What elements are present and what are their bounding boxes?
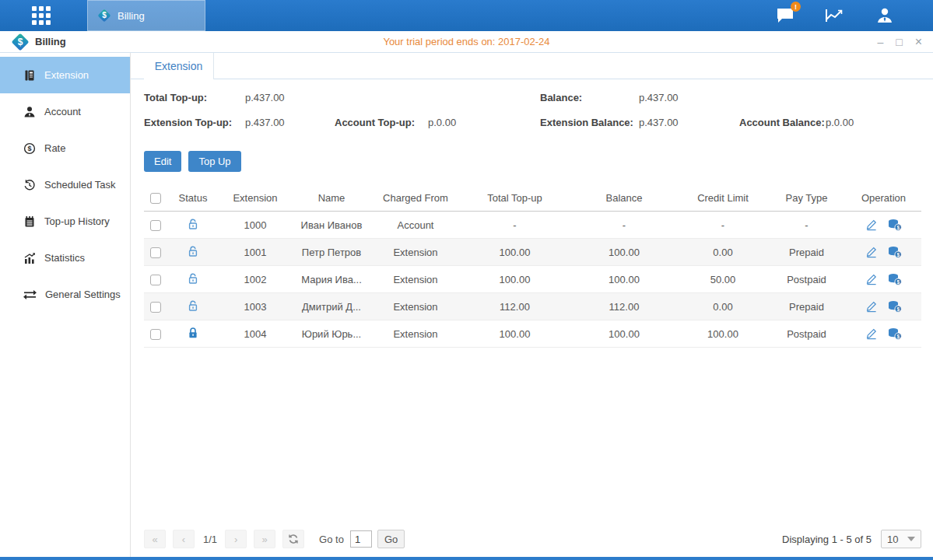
sidebar-item-extension[interactable]: Extension: [0, 57, 130, 93]
svg-text:$: $: [896, 279, 900, 285]
page-size-select[interactable]: 10: [881, 530, 921, 548]
rate-icon: $: [23, 142, 36, 155]
cell-status: [167, 327, 219, 341]
sidebar-item-label: Rate: [44, 142, 65, 154]
table-header: Status Extension Name Charged From Total…: [144, 184, 921, 212]
cell-total-topup: 100.00: [460, 274, 570, 285]
sidebar-item-scheduled-task[interactable]: Scheduled Task: [0, 166, 130, 203]
cell-charged-from: Extension: [371, 274, 460, 285]
edit-icon[interactable]: [865, 246, 878, 258]
row-checkbox[interactable]: [150, 247, 161, 258]
edit-icon[interactable]: [865, 300, 878, 313]
cell-status: [167, 218, 219, 233]
notification-badge: !: [791, 2, 801, 12]
cell-pay-type: Prepaid: [767, 301, 846, 313]
sidebar-item-topup-history[interactable]: Top-up History: [0, 203, 130, 240]
next-page-button[interactable]: ›: [225, 530, 247, 548]
chat-icon[interactable]: !: [774, 5, 796, 26]
svg-text:$: $: [896, 334, 900, 340]
edit-button[interactable]: Edit: [144, 151, 181, 172]
cell-extension: 1000: [219, 219, 292, 231]
cell-charged-from: Extension: [371, 247, 460, 258]
account-balance-label: Account Balance:: [739, 117, 826, 128]
chart-icon[interactable]: [824, 5, 846, 26]
col-name: Name: [292, 192, 371, 204]
select-all-checkbox[interactable]: [150, 193, 161, 204]
sidebar-item-general-settings[interactable]: General Settings: [0, 276, 130, 313]
page-title: Billing: [35, 36, 66, 47]
user-icon[interactable]: [874, 5, 896, 26]
col-pay-type: Pay Type: [767, 192, 846, 204]
sidebar-item-rate[interactable]: $ Rate: [0, 130, 130, 166]
cell-name: Иван Иванов: [292, 219, 371, 231]
edit-icon[interactable]: [865, 327, 878, 340]
col-balance: Balance: [570, 192, 679, 204]
general-settings-icon: [23, 289, 37, 301]
tab-extension[interactable]: Extension: [144, 53, 214, 79]
balance-value: p.437.00: [639, 92, 679, 103]
lock-open-icon: [187, 218, 199, 230]
goto-page-input[interactable]: [350, 530, 372, 548]
cell-balance: 100.00: [570, 274, 679, 285]
refresh-icon[interactable]: [282, 530, 304, 548]
cell-status: [167, 272, 219, 287]
row-checkbox[interactable]: [150, 275, 161, 285]
svg-text:$: $: [27, 145, 31, 152]
table-row: 1003Дмитрий Д...Extension112.00112.000.0…: [144, 293, 921, 320]
extension-balance-value: p.437.00: [639, 117, 739, 128]
scheduled-task-icon: [23, 179, 36, 191]
cell-credit-limit: 100.00: [679, 328, 767, 340]
topup-icon[interactable]: $: [888, 327, 902, 340]
chevron-down-icon: [907, 537, 915, 541]
close-icon[interactable]: ×: [915, 36, 922, 48]
go-button[interactable]: Go: [377, 530, 405, 548]
sidebar: Extension Account $ Rate Scheduled Task …: [0, 53, 131, 557]
account-topup-value: p.0.00: [428, 117, 540, 128]
top-up-button[interactable]: Top Up: [188, 151, 240, 172]
cell-credit-limit: -: [679, 219, 767, 231]
account-topup-label: Account Top-up:: [335, 117, 428, 128]
extension-balance-label: Extension Balance:: [540, 117, 639, 128]
topup-history-icon: [23, 215, 36, 228]
extension-table: Status Extension Name Charged From Total…: [144, 184, 921, 348]
sidebar-item-statistics[interactable]: Statistics: [0, 240, 130, 276]
sidebar-item-label: Scheduled Task: [44, 179, 116, 191]
edit-icon[interactable]: [865, 273, 878, 285]
cell-charged-from: Extension: [371, 328, 460, 340]
lock-closed-icon: [187, 327, 199, 339]
displaying-text: Displaying 1 - 5 of 5: [782, 534, 872, 545]
topup-icon[interactable]: $: [888, 273, 902, 285]
table-row: 1004Юрий Юрь...Extension100.00100.00100.…: [144, 320, 921, 348]
top-app-bar: $ Billing !: [0, 0, 933, 31]
row-checkbox[interactable]: [150, 220, 161, 231]
billing-app-tab[interactable]: $ Billing: [87, 0, 205, 31]
row-checkbox[interactable]: [150, 329, 161, 340]
cell-status: [167, 299, 219, 314]
col-operation: Operation: [846, 192, 921, 204]
row-checkbox[interactable]: [150, 302, 161, 313]
goto-label: Go to: [319, 534, 344, 545]
svg-text:$: $: [896, 225, 900, 231]
cell-balance: 100.00: [570, 328, 679, 340]
last-page-button[interactable]: »: [254, 530, 275, 548]
col-status: Status: [167, 192, 219, 204]
table-row: 1001Петр ПетровExtension100.00100.000.00…: [144, 239, 921, 266]
billing-title-icon: $: [11, 33, 30, 51]
prev-page-button[interactable]: ‹: [173, 530, 195, 548]
first-page-button[interactable]: «: [144, 530, 166, 548]
lock-open-icon: [187, 299, 199, 312]
cell-name: Петр Петров: [292, 247, 371, 258]
maximize-icon[interactable]: □: [896, 37, 902, 47]
topup-icon[interactable]: $: [888, 300, 902, 313]
minimize-icon[interactable]: –: [877, 37, 883, 47]
cell-extension: 1003: [219, 301, 292, 313]
apps-grid-icon[interactable]: [23, 0, 59, 31]
cell-pay-type: Postpaid: [767, 274, 846, 285]
edit-icon[interactable]: [865, 219, 878, 231]
topup-icon[interactable]: $: [888, 246, 902, 258]
extension-topup-value: p.437.00: [245, 117, 335, 128]
topup-icon[interactable]: $: [888, 219, 902, 231]
sidebar-item-account[interactable]: Account: [0, 93, 130, 130]
statistics-icon: [23, 252, 36, 264]
account-balance-value: p.0.00: [826, 117, 854, 128]
